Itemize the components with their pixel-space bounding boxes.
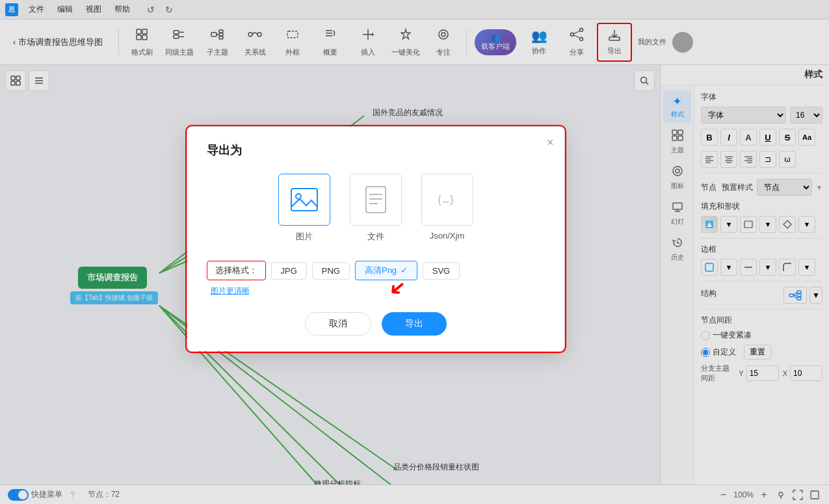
- clarity-row: 图片更清晰: [208, 285, 545, 297]
- svg-point-86: [296, 194, 301, 199]
- png-button[interactable]: PNG: [312, 262, 350, 280]
- format-file-item[interactable]: 文件: [350, 174, 402, 243]
- clarity-link[interactable]: 图片更清晰: [211, 286, 250, 295]
- format-icons-row: 图片 文件 {…}: [207, 174, 545, 243]
- export-confirm-button[interactable]: 导出: [382, 312, 447, 336]
- dialog-footer: 取消 导出: [207, 312, 545, 336]
- svg-rect-85: [291, 189, 317, 211]
- format-json-item[interactable]: {…} Json/Xjm: [421, 174, 473, 243]
- export-dialog: 导出为 × 图片: [187, 127, 564, 351]
- svg-text:{…}: {…}: [436, 193, 455, 206]
- hq-png-check: ✓: [401, 265, 408, 275]
- jpg-button[interactable]: JPG: [271, 262, 307, 280]
- format-selection-row: 选择格式： JPG PNG 高清Png ✓ SVG: [207, 261, 545, 280]
- format-file-label: 文件: [367, 231, 384, 243]
- dialog-title: 导出为: [207, 142, 545, 158]
- format-image-item[interactable]: 图片: [278, 174, 330, 243]
- format-image-label: 图片: [296, 231, 313, 243]
- format-file-box: [350, 174, 402, 226]
- hq-png-button[interactable]: 高清Png ✓: [355, 261, 417, 280]
- format-json-label: Json/Xjm: [430, 231, 464, 241]
- format-image-box: [278, 174, 330, 226]
- svg-button[interactable]: SVG: [423, 262, 460, 280]
- dialog-overlay: 导出为 × 图片: [0, 0, 829, 504]
- hq-png-label: 高清Png: [365, 265, 397, 275]
- select-format-button[interactable]: 选择格式：: [207, 261, 266, 280]
- format-json-box: {…}: [421, 174, 473, 226]
- dialog-close-button[interactable]: ×: [547, 136, 554, 150]
- cancel-button[interactable]: 取消: [305, 312, 371, 336]
